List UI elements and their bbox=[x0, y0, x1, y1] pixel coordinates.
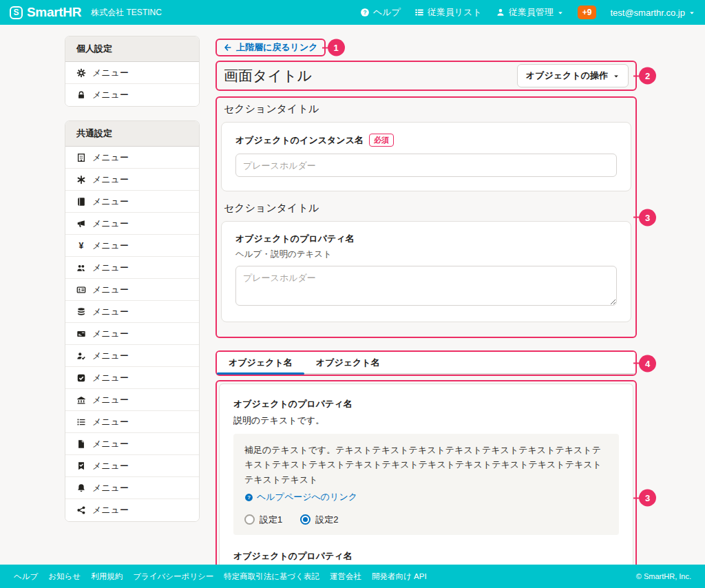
header-nav-label: 従業員リスト bbox=[428, 6, 482, 19]
sidebar: 個人設定 メニューメニュー 共通設定 メニューメニューメニューメニュー¥メニュー… bbox=[65, 36, 200, 536]
sidebar-item[interactable]: メニュー bbox=[65, 169, 199, 191]
annotation-box-form-sections: セクションタイトル オブジェクトのインスタンス名 必須 セクションタイトル オブ… bbox=[215, 96, 637, 338]
copyright: © SmartHR, Inc. bbox=[636, 572, 691, 580]
question-circle-icon: ? bbox=[360, 8, 370, 17]
sidebar-item[interactable]: メニュー bbox=[65, 279, 199, 301]
radio-icon bbox=[300, 514, 311, 525]
sidebar-item[interactable]: メニュー bbox=[65, 147, 199, 169]
header-nav-item[interactable]: 従業員管理 bbox=[496, 6, 564, 19]
asterisk-icon bbox=[76, 175, 86, 185]
footer-links: ヘルプお知らせ利用規約プライバシーポリシー特定商取引法に基づく表記運営会社開発者… bbox=[14, 571, 427, 582]
object-actions-button[interactable]: オブジェクトの操作 bbox=[517, 64, 629, 87]
person-icon bbox=[496, 8, 505, 17]
smarthr-logo[interactable]: S SmartHR bbox=[10, 5, 81, 20]
annotation-box-title: 画面タイトル オブジェクトの操作 2 bbox=[215, 61, 637, 91]
footer-link[interactable]: プライバシーポリシー bbox=[133, 571, 213, 582]
sidebar-item-label: メニュー bbox=[92, 328, 129, 340]
smarthr-logo-text: SmartHR bbox=[27, 5, 81, 20]
field-label: オブジェクトのインスタンス名 bbox=[235, 134, 364, 147]
help-page-link[interactable]: ? ヘルプページへのリンク bbox=[244, 491, 357, 503]
section-card: オブジェクトのインスタンス名 必須 bbox=[221, 122, 631, 191]
footer-link[interactable]: お知らせ bbox=[48, 571, 81, 582]
sidebar-item-label: メニュー bbox=[92, 372, 129, 384]
header-nav-item[interactable]: 従業員リスト bbox=[414, 6, 482, 19]
property-textarea[interactable] bbox=[235, 266, 617, 306]
sidebar-item[interactable]: メニュー bbox=[65, 62, 199, 84]
sidebar-item-label: メニュー bbox=[92, 504, 129, 516]
card-badge-icon bbox=[76, 329, 86, 339]
company-name: 株式会社 TESTINC bbox=[91, 7, 162, 19]
sidebar-item-label: メニュー bbox=[92, 151, 129, 164]
database-icon bbox=[76, 307, 86, 317]
account-menu[interactable]: test@smarthr.co.jp bbox=[610, 8, 695, 18]
radio-group: 設定1設定2 bbox=[244, 514, 608, 526]
sidebar-item[interactable]: メニュー bbox=[65, 213, 199, 235]
annotation-box-properties: オブジェクトのプロパティ名 説明のテキストです。 補足のテキストです。テキストテ… bbox=[215, 380, 637, 565]
app-header: S SmartHR 株式会社 TESTINC ?ヘルプ従業員リスト従業員管理+9… bbox=[0, 0, 705, 25]
sidebar-item-label: メニュー bbox=[92, 218, 129, 230]
sidebar-item[interactable]: メニュー bbox=[65, 389, 199, 411]
sidebar-item[interactable]: メニュー bbox=[65, 367, 199, 389]
radio-option[interactable]: 設定1 bbox=[244, 514, 282, 526]
smarthr-logo-icon: S bbox=[10, 6, 23, 19]
footer-link[interactable]: ヘルプ bbox=[14, 571, 38, 582]
sidebar-item[interactable]: メニュー bbox=[65, 499, 199, 521]
annotation-box-back-link: 上階層に戻るリンク 1 bbox=[215, 39, 326, 56]
sidebar-item[interactable]: メニュー bbox=[65, 257, 199, 279]
required-badge: 必須 bbox=[369, 134, 394, 147]
sidebar-item[interactable]: メニュー bbox=[65, 455, 199, 477]
share-nodes-icon bbox=[76, 505, 86, 515]
field-help-text: ヘルプ・説明のテキスト bbox=[235, 249, 617, 260]
notification-count-badge[interactable]: +9 bbox=[578, 6, 597, 19]
footer-link[interactable]: 運営会社 bbox=[330, 571, 361, 582]
bell-icon bbox=[76, 483, 86, 493]
sidebar-item[interactable]: メニュー bbox=[65, 477, 199, 499]
gear-icon bbox=[76, 68, 86, 78]
footer-link[interactable]: 利用規約 bbox=[91, 571, 123, 582]
tab-object-1[interactable]: オブジェクト名 bbox=[217, 352, 304, 373]
sidebar-group-title: 共通設定 bbox=[65, 121, 199, 147]
bookmark-check-icon bbox=[76, 461, 86, 471]
sidebar-item[interactable]: メニュー bbox=[65, 84, 199, 106]
checkbox-icon bbox=[76, 373, 86, 383]
object-actions-label: オブジェクトの操作 bbox=[526, 70, 608, 82]
radio-label: 設定2 bbox=[315, 514, 338, 526]
sidebar-group: 個人設定 メニューメニュー bbox=[65, 36, 200, 107]
tab-object-2[interactable]: オブジェクト名 bbox=[304, 352, 392, 373]
sidebar-item[interactable]: メニュー bbox=[65, 411, 199, 433]
back-link-label: 上階層に戻るリンク bbox=[236, 41, 318, 54]
annotation-marker: 3 bbox=[639, 490, 656, 507]
header-nav-label: ヘルプ bbox=[373, 6, 401, 19]
building-icon bbox=[76, 153, 86, 162]
back-link[interactable]: 上階層に戻るリンク bbox=[223, 41, 318, 54]
supplement-text: 補足のテキストです。テキストテキストテキストテキストテキストテキストテキストテキ… bbox=[244, 443, 608, 487]
footer-link[interactable]: 特定商取引法に基づく表記 bbox=[224, 571, 319, 582]
annotation-marker: 2 bbox=[639, 67, 656, 85]
field-label: オブジェクトのプロパティ名 bbox=[233, 398, 619, 410]
sidebar-item[interactable]: メニュー bbox=[65, 323, 199, 345]
megaphone-icon bbox=[76, 219, 86, 229]
sidebar-item[interactable]: メニュー bbox=[65, 345, 199, 367]
content-area: 個人設定 メニューメニュー 共通設定 メニューメニューメニューメニュー¥メニュー… bbox=[0, 25, 705, 565]
footer-link[interactable]: 開発者向け API bbox=[372, 571, 427, 582]
annotation-marker: 1 bbox=[328, 39, 345, 56]
radio-option[interactable]: 設定2 bbox=[300, 514, 338, 526]
sidebar-item[interactable]: ¥メニュー bbox=[65, 235, 199, 257]
app-footer: ヘルプお知らせ利用規約プライバシーポリシー特定商取引法に基づく表記運営会社開発者… bbox=[0, 565, 705, 588]
sidebar-item-label: メニュー bbox=[92, 394, 129, 406]
section-card: オブジェクトのプロパティ名 ヘルプ・説明のテキスト bbox=[221, 221, 631, 322]
header-nav-item[interactable]: ?ヘルプ bbox=[360, 6, 401, 19]
sidebar-item[interactable]: メニュー bbox=[65, 301, 199, 323]
radio-label: 設定1 bbox=[260, 514, 282, 526]
lock-icon bbox=[76, 90, 86, 100]
sidebar-item[interactable]: メニュー bbox=[65, 191, 199, 213]
sidebar-item-label: メニュー bbox=[92, 196, 129, 208]
field-inset: 補足のテキストです。テキストテキストテキストテキストテキストテキストテキストテキ… bbox=[233, 434, 619, 535]
question-circle-icon: ? bbox=[244, 493, 253, 502]
main-panel: 上階層に戻るリンク 1 画面タイトル オブジェクトの操作 2 セクションタイトル… bbox=[215, 36, 637, 565]
sidebar-item[interactable]: メニュー bbox=[65, 433, 199, 455]
header-nav-label: 従業員管理 bbox=[509, 6, 554, 19]
id-card-icon bbox=[76, 285, 86, 295]
sidebar-item-label: メニュー bbox=[92, 416, 129, 428]
instance-name-input[interactable] bbox=[235, 154, 617, 177]
